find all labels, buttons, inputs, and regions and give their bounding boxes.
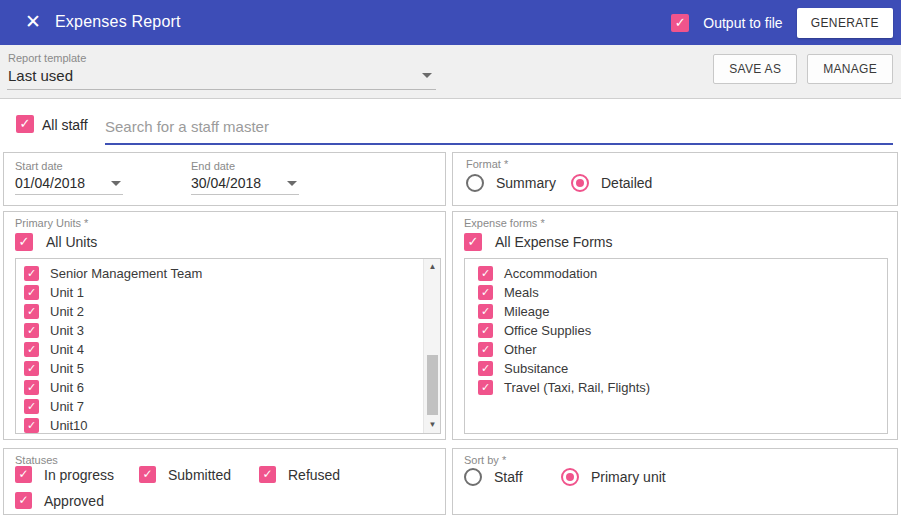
list-item[interactable]: ✓Unit 7: [24, 397, 440, 416]
list-item[interactable]: ✓Senior Management Team: [24, 264, 440, 283]
dates-panel: Start date 01/04/2018 End date 30/04/201…: [3, 152, 446, 206]
form-checkbox[interactable]: ✓: [478, 285, 493, 300]
close-icon[interactable]: ✕: [24, 13, 42, 31]
generate-button[interactable]: GENERATE: [797, 8, 893, 38]
vertical-scrollbar[interactable]: ▲ ▼: [423, 259, 440, 433]
manage-button[interactable]: MANAGE: [807, 54, 893, 84]
summary-option-label: Summary: [496, 175, 556, 191]
radio-selected-icon[interactable]: [561, 468, 579, 486]
status-submitted[interactable]: ✓ Submitted: [139, 466, 231, 483]
check-icon: ✓: [24, 304, 39, 319]
format-option-summary[interactable]: Summary: [466, 174, 556, 192]
list-item[interactable]: ✓Other: [478, 340, 887, 359]
radio-unselected-icon[interactable]: [464, 468, 482, 486]
list-item[interactable]: ✓Office Supplies: [478, 321, 887, 340]
unit-checkbox[interactable]: ✓: [24, 285, 39, 300]
report-template-select[interactable]: Last used: [8, 67, 73, 84]
all-expense-forms-checkbox[interactable]: ✓: [464, 233, 482, 251]
all-units-row[interactable]: ✓ All Units: [15, 233, 97, 251]
output-to-file-checkbox[interactable]: ✓: [671, 14, 689, 32]
start-date-label: Start date: [15, 160, 63, 172]
statuses-panel: Statuses ✓ In progress ✓ Submitted ✓ Ref…: [3, 448, 446, 515]
unit-checkbox[interactable]: ✓: [24, 266, 39, 281]
sort-by-panel: Sort by * Staff Primary unit: [452, 448, 898, 515]
status-in-progress[interactable]: ✓ In progress: [15, 466, 114, 483]
start-date-field[interactable]: Start date 01/04/2018: [15, 153, 135, 207]
list-item[interactable]: ✓Travel (Taxi, Rail, Flights): [478, 378, 887, 397]
chevron-down-icon[interactable]: [422, 73, 432, 78]
unit-checkbox[interactable]: ✓: [24, 380, 39, 395]
form-checkbox[interactable]: ✓: [478, 304, 493, 319]
unit-label: Unit 7: [50, 399, 84, 414]
check-icon: ✓: [15, 466, 32, 483]
expense-forms-listbox: ✓Accommodation ✓Meals ✓Mileage ✓Office S…: [464, 258, 888, 434]
sort-option-primary-unit[interactable]: Primary unit: [561, 468, 666, 486]
status-checkbox[interactable]: ✓: [259, 466, 276, 483]
status-checkbox[interactable]: ✓: [15, 492, 32, 509]
end-date-label: End date: [191, 160, 235, 172]
status-refused[interactable]: ✓ Refused: [259, 466, 340, 483]
list-item[interactable]: ✓Unit 3: [24, 321, 440, 340]
form-checkbox[interactable]: ✓: [478, 323, 493, 338]
all-staff-label: All staff: [42, 117, 88, 133]
format-panel: Format * Summary Detailed: [452, 152, 898, 206]
check-icon: ✓: [478, 304, 493, 319]
list-item[interactable]: ✓Unit 4: [24, 340, 440, 359]
radio-selected-icon[interactable]: [571, 174, 589, 192]
check-icon: ✓: [464, 233, 482, 251]
sort-option-staff[interactable]: Staff: [464, 468, 523, 486]
form-label: Meals: [504, 285, 539, 300]
sort-by-label: Sort by *: [464, 454, 506, 466]
status-label: Refused: [288, 467, 340, 483]
unit-checkbox[interactable]: ✓: [24, 342, 39, 357]
check-icon: ✓: [478, 342, 493, 357]
list-item[interactable]: ✓Unit10: [24, 416, 440, 434]
list-item[interactable]: ✓Accommodation: [478, 264, 887, 283]
all-expense-forms-row[interactable]: ✓ All Expense Forms: [464, 233, 612, 251]
scroll-down-icon[interactable]: ▼: [424, 417, 441, 433]
status-approved[interactable]: ✓ Approved: [15, 492, 104, 509]
status-checkbox[interactable]: ✓: [139, 466, 156, 483]
form-checkbox[interactable]: ✓: [478, 380, 493, 395]
chevron-down-icon[interactable]: [111, 181, 121, 186]
end-date-value[interactable]: 30/04/2018: [191, 175, 261, 191]
check-icon: ✓: [15, 492, 32, 509]
list-item[interactable]: ✓Unit 5: [24, 359, 440, 378]
check-icon: ✓: [478, 323, 493, 338]
all-staff-checkbox[interactable]: ✓: [16, 115, 34, 133]
all-units-checkbox[interactable]: ✓: [15, 233, 33, 251]
format-option-detailed[interactable]: Detailed: [571, 174, 652, 192]
scrollbar-thumb[interactable]: [427, 355, 438, 415]
form-checkbox[interactable]: ✓: [478, 266, 493, 281]
unit-checkbox[interactable]: ✓: [24, 304, 39, 319]
save-as-button[interactable]: SAVE AS: [713, 54, 797, 84]
chevron-down-icon[interactable]: [287, 181, 297, 186]
unit-checkbox[interactable]: ✓: [24, 399, 39, 414]
form-checkbox[interactable]: ✓: [478, 342, 493, 357]
form-checkbox[interactable]: ✓: [478, 361, 493, 376]
list-item[interactable]: ✓Meals: [478, 283, 887, 302]
list-item[interactable]: ✓Unit 1: [24, 283, 440, 302]
unit-label: Unit 2: [50, 304, 84, 319]
form-label: Mileage: [504, 304, 550, 319]
list-item[interactable]: ✓Mileage: [478, 302, 887, 321]
unit-label: Unit 6: [50, 380, 84, 395]
form-label: Subsitance: [504, 361, 568, 376]
unit-checkbox[interactable]: ✓: [24, 323, 39, 338]
list-item[interactable]: ✓Unit 2: [24, 302, 440, 321]
scroll-up-icon[interactable]: ▲: [424, 259, 441, 275]
check-icon: ✓: [16, 115, 34, 133]
list-item[interactable]: ✓Subsitance: [478, 359, 887, 378]
check-icon: ✓: [15, 233, 33, 251]
list-item[interactable]: ✓Unit 6: [24, 378, 440, 397]
radio-unselected-icon[interactable]: [466, 174, 484, 192]
check-icon: ✓: [24, 380, 39, 395]
form-label: Office Supplies: [504, 323, 591, 338]
end-date-field[interactable]: End date 30/04/2018: [191, 153, 311, 207]
start-date-value[interactable]: 01/04/2018: [15, 175, 85, 191]
status-label: In progress: [44, 467, 114, 483]
unit-checkbox[interactable]: ✓: [24, 418, 39, 433]
unit-checkbox[interactable]: ✓: [24, 361, 39, 376]
status-checkbox[interactable]: ✓: [15, 466, 32, 483]
staff-search-input[interactable]: [105, 109, 893, 143]
